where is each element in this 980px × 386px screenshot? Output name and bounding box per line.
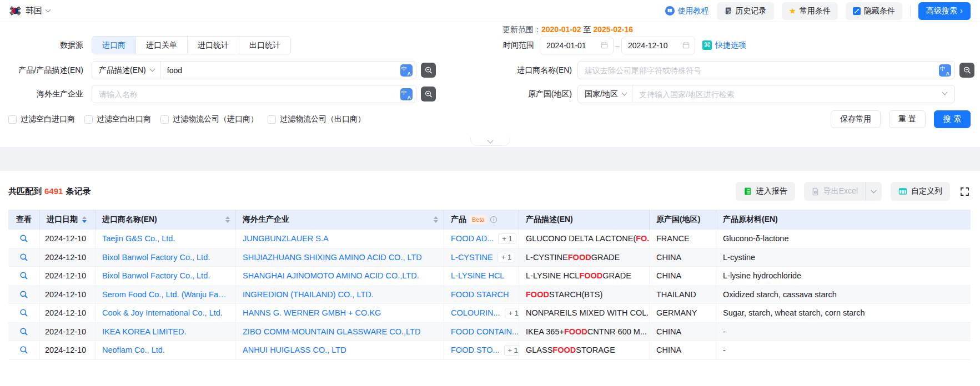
product-field-select[interactable]: 产品描述(EN) (92, 62, 160, 79)
product-link[interactable]: L-LYSINE HCL (451, 271, 504, 280)
importer-link[interactable]: Bixol Banwol Factory Co., Ltd. (102, 271, 210, 280)
manufacturer-search-input[interactable] (92, 85, 416, 103)
more-count-badge[interactable]: + 1 (498, 233, 516, 244)
sort-manufacturer[interactable] (434, 216, 438, 223)
checkbox-icon[interactable] (84, 115, 93, 124)
manufacturer-cell: JUNGBUNZLAUER S.A (236, 230, 444, 248)
history-button[interactable]: 历史记录 (717, 2, 774, 20)
hide-conditions-button[interactable]: 隐藏条件 (846, 2, 902, 20)
view-search-icon[interactable] (19, 308, 28, 317)
table-row: 2024-12-10Neoflam Co., Ltd.ANHUI HUIGLAS… (8, 341, 971, 360)
filter-checkbox-2[interactable]: 过滤物流公司（进口商） (160, 114, 258, 124)
table-row: 2024-12-10Bixol Banwol Factory Co., Ltd.… (8, 248, 971, 267)
view-search-icon[interactable] (19, 290, 28, 299)
datasource-tab-3[interactable]: 出口统计 (239, 37, 290, 54)
export-options-dropdown[interactable] (865, 182, 882, 201)
product-link[interactable]: FOOD CONTAIN... (451, 327, 519, 336)
collapse-panel-handle[interactable] (470, 137, 510, 146)
more-count-badge[interactable]: + 1 (504, 345, 519, 355)
importer-cell: Bixol Banwol Factory Co., Ltd. (96, 248, 236, 267)
importer-search-input[interactable] (578, 62, 954, 79)
quick-options-link[interactable]: ⌘ 快捷选项 (702, 40, 746, 50)
more-count-badge[interactable]: + 1 (497, 252, 515, 262)
import-date-cell: 2024-12-10 (40, 341, 96, 359)
view-search-icon[interactable] (19, 327, 28, 336)
manufacturer-link[interactable]: ANHUI HUIGLASS CO., LTD (243, 346, 346, 354)
filter-checkbox-1[interactable]: 过滤空白出口商 (84, 114, 151, 124)
save-favorite-button[interactable]: 保存常用 (831, 110, 881, 128)
more-count-badge[interactable]: + 1 (505, 308, 519, 318)
product-link[interactable]: FOOD AD... (451, 234, 494, 243)
translate-icon[interactable]: 中A (939, 64, 951, 77)
sort-import-date[interactable] (82, 216, 87, 223)
keyword-highlight: FOOD (564, 327, 587, 336)
product-cell: L-LYSINE HCL (444, 267, 519, 285)
origin-search-input[interactable] (632, 85, 954, 103)
favorites-button[interactable]: ★ 常用条件 (782, 2, 838, 20)
importer-link[interactable]: IKEA KOREA LIMITED. (102, 327, 187, 336)
importer-link[interactable]: Serom Food Co., Ltd. (Wanju Fact... (102, 290, 230, 299)
product-search-input[interactable] (160, 62, 416, 79)
material-cell: Glucono-δ-lactone (716, 230, 971, 248)
importer-link[interactable]: Bixol Banwol Factory Co., Ltd. (102, 253, 210, 262)
manufacturer-link[interactable]: INGREDION (THAILAND) CO., LTD. (243, 290, 374, 299)
date-from-input[interactable]: 2024-01-01 (540, 37, 614, 54)
manufacturer-label: 海外生产企业 (0, 85, 83, 103)
view-search-icon[interactable] (19, 346, 28, 354)
datasource-tab-2[interactable]: 进口统计 (188, 37, 239, 54)
sort-importer[interactable] (225, 216, 230, 223)
arrow-right-icon: › (960, 6, 963, 15)
results-summary: 共匹配到6491条记录 (8, 186, 91, 197)
customize-columns-button[interactable]: 自定义列 (891, 182, 950, 201)
exclude-magnifier-icon (424, 66, 433, 75)
product-link[interactable]: COLOURIN... (451, 308, 500, 317)
product-cell: COLOURIN...+ 1 (444, 304, 519, 322)
checkbox-icon[interactable] (160, 115, 169, 124)
exclude-search-button[interactable] (959, 63, 974, 78)
date-to-input[interactable]: 2024-12-10 (621, 37, 695, 54)
exclude-search-button[interactable] (421, 63, 436, 78)
importer-link[interactable]: Taejin G&S Co., Ltd. (102, 234, 175, 243)
header-import-date: 进口日期 (40, 210, 96, 230)
filter-checkbox-3[interactable]: 过滤物流公司（出口商） (268, 114, 365, 124)
filter-checkbox-0[interactable]: 过滤空白进口商 (8, 114, 75, 124)
description-cell: NONPAREILS MIXED WITH COL... (519, 304, 650, 322)
view-search-icon[interactable] (19, 271, 28, 280)
country-switcher[interactable]: 韩国 (9, 4, 50, 17)
keyword-highlight: FOOD (568, 253, 591, 262)
datasource-tab-1[interactable]: 进口关单 (136, 37, 188, 54)
fullscreen-button[interactable] (959, 186, 971, 197)
product-link[interactable]: FOOD STARCH (451, 290, 509, 299)
checkbox-icon[interactable] (8, 115, 17, 124)
manufacturer-link[interactable]: SHIJIAZHUANG SHIXING AMINO ACID CO., LTD (243, 253, 422, 262)
datasource-tab-0[interactable]: 进口商 (92, 37, 136, 54)
manufacturer-link[interactable]: ZIBO COMM-MOUNTAIN GLASSWARE CO.,LTD (243, 327, 420, 336)
info-icon[interactable] (490, 216, 497, 224)
export-excel-button[interactable]: 导出Excel (804, 182, 865, 201)
material-cell: - (716, 341, 971, 359)
search-form: 更新范围：2020-01-02 至 2025-02-16 数据源 进口商进口关单… (0, 22, 980, 147)
manufacturer-link[interactable]: SHANGHAI AJINOMOTO AMINO ACID CO.,LTD. (243, 271, 419, 280)
manufacturer-cell: SHANGHAI AJINOMOTO AMINO ACID CO.,LTD. (236, 267, 444, 285)
view-search-icon[interactable] (19, 253, 28, 262)
product-link[interactable]: L-CYSTINE (451, 253, 493, 262)
translate-icon[interactable]: 中A (400, 64, 413, 77)
product-link[interactable]: FOOD STO... (451, 346, 500, 354)
advanced-search-button[interactable]: 高级搜索 › (918, 2, 971, 20)
importer-link[interactable]: Cook & Joy International Co., Ltd. (102, 308, 223, 317)
material-cell: Oxidized starch, cassava starch (716, 286, 971, 304)
enter-report-button[interactable]: 进入报告 (736, 182, 795, 201)
importer-link[interactable]: Neoflam Co., Ltd. (102, 346, 165, 354)
search-button[interactable]: 搜 索 (934, 110, 971, 128)
reset-button[interactable]: 重 置 (889, 110, 926, 128)
view-search-icon[interactable] (19, 234, 28, 243)
checkbox-icon[interactable] (268, 115, 276, 124)
header-origin: 原产国(地区) (650, 210, 716, 230)
tutorial-link[interactable]: 使用教程 (665, 6, 709, 16)
manufacturer-link[interactable]: HANNS G. WERNER GMBH + CO.KG (243, 308, 381, 317)
origin-type-select[interactable]: 国家/地区 (578, 85, 632, 103)
translate-icon[interactable]: 中A (400, 88, 413, 100)
origin-country-cell: CHINA (650, 323, 716, 341)
exclude-search-button[interactable] (421, 87, 436, 101)
manufacturer-link[interactable]: JUNGBUNZLAUER S.A (243, 234, 329, 243)
